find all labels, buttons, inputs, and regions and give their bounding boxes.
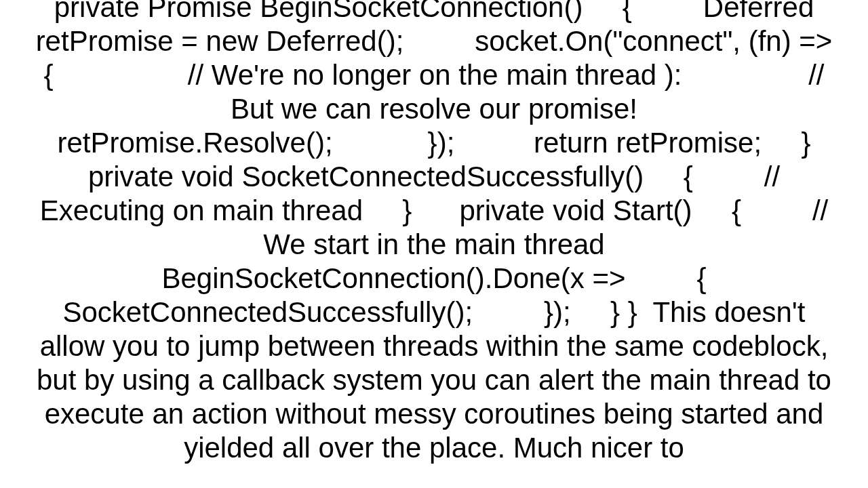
body-text: private Promise BeginSocketConnection() …	[0, 0, 868, 465]
document-page: private Promise BeginSocketConnection() …	[0, 0, 868, 488]
